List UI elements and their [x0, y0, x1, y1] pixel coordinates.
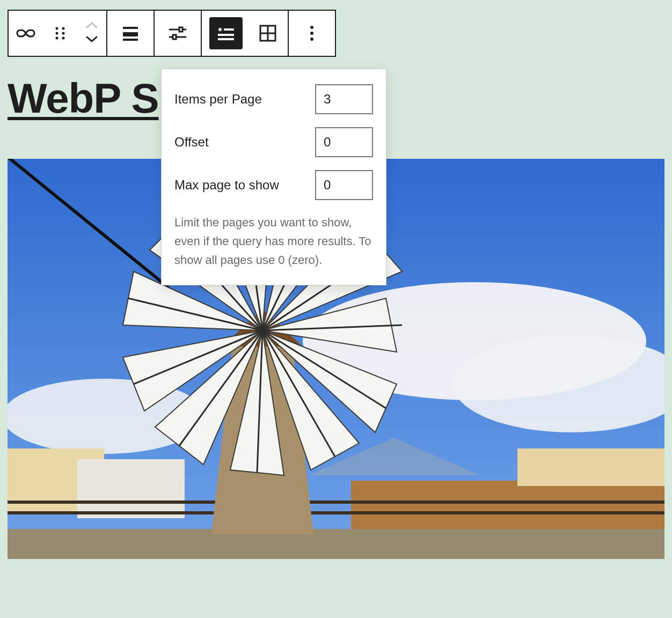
grid-view-button[interactable]	[249, 11, 287, 56]
list-view-button[interactable]	[209, 17, 243, 49]
svg-rect-29	[351, 481, 664, 534]
max-page-help-text: Limit the pages you want to show, even i…	[174, 213, 373, 270]
svg-point-22	[310, 38, 313, 41]
block-movers	[77, 11, 106, 56]
more-options-button[interactable]	[289, 11, 335, 56]
toolbar-group-settings	[155, 11, 202, 56]
drag-handle-button[interactable]	[43, 11, 77, 56]
max-page-label: Max page to show	[174, 178, 279, 193]
move-down-button[interactable]	[83, 35, 100, 46]
svg-point-2	[56, 32, 59, 35]
items-per-page-label: Items per Page	[174, 92, 262, 107]
offset-input[interactable]	[315, 127, 373, 157]
svg-rect-31	[8, 529, 664, 559]
svg-rect-16	[218, 38, 234, 40]
toolbar-group-align	[107, 11, 155, 56]
offset-row: Offset	[174, 127, 373, 157]
more-vertical-icon	[310, 25, 314, 41]
svg-rect-30	[517, 448, 664, 486]
svg-rect-6	[123, 27, 138, 29]
chevron-up-icon	[85, 21, 98, 31]
svg-rect-8	[123, 39, 138, 41]
block-toolbar	[8, 10, 336, 57]
list-view-icon	[217, 26, 235, 41]
toolbar-group-more	[289, 11, 335, 56]
max-page-input[interactable]	[315, 170, 373, 200]
offset-label: Offset	[174, 135, 209, 150]
display-settings-popover: Items per Page Offset Max page to show L…	[161, 69, 386, 285]
query-loop-icon	[16, 27, 35, 40]
svg-point-4	[56, 37, 59, 40]
items-per-page-row: Items per Page	[174, 84, 373, 114]
toolbar-group-layout	[202, 11, 289, 56]
svg-point-3	[62, 32, 65, 35]
svg-rect-7	[123, 32, 138, 36]
svg-point-13	[218, 28, 222, 31]
svg-point-21	[310, 32, 313, 35]
items-per-page-input[interactable]	[315, 84, 373, 114]
display-settings-button[interactable]	[155, 11, 201, 56]
svg-point-1	[62, 27, 65, 30]
chevron-down-icon	[85, 35, 98, 45]
drag-handle-icon	[54, 26, 66, 41]
svg-point-5	[62, 37, 65, 40]
svg-rect-14	[224, 28, 234, 31]
settings-sliders-icon	[169, 25, 187, 41]
svg-point-0	[56, 27, 59, 30]
align-icon	[122, 26, 139, 41]
svg-rect-11	[179, 27, 182, 32]
move-up-button[interactable]	[83, 21, 100, 32]
grid-view-icon	[259, 25, 276, 42]
svg-rect-15	[218, 34, 234, 36]
svg-rect-12	[173, 35, 176, 39]
align-button[interactable]	[107, 11, 154, 56]
max-page-row: Max page to show	[174, 170, 373, 200]
svg-rect-28	[77, 459, 185, 518]
toolbar-group-block	[9, 11, 107, 56]
post-title[interactable]: WebP S	[8, 74, 159, 123]
svg-point-20	[310, 26, 313, 29]
block-type-button[interactable]	[9, 11, 43, 56]
